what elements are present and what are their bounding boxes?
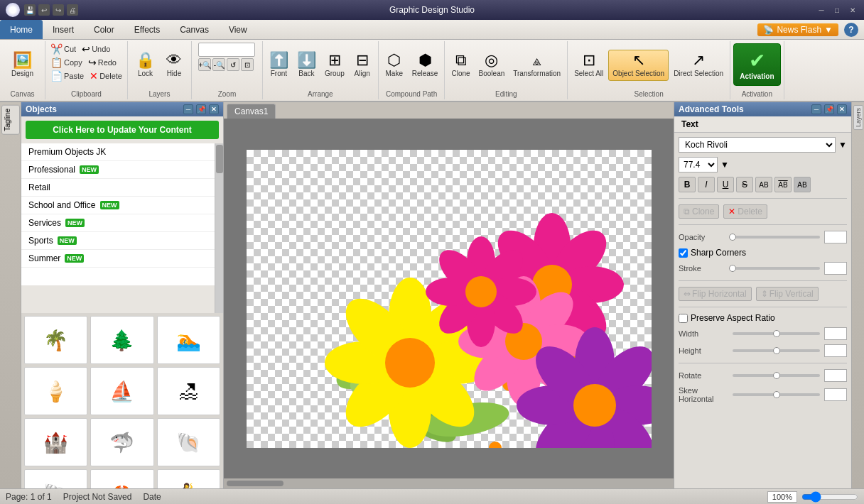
caps-button[interactable]: AB — [794, 177, 811, 192]
save-icon[interactable]: 💾 — [24, 4, 36, 16]
boolean-button[interactable]: ◎ Boolean — [475, 50, 509, 80]
skew-horizontal-slider[interactable] — [733, 393, 820, 396]
objects-list-scrollbar[interactable] — [215, 143, 223, 313]
list-item-premium[interactable]: Premium Objects JK — [21, 143, 215, 161]
list-item-professional[interactable]: Professional NEW — [21, 161, 215, 179]
advanced-tools-minimize[interactable]: ─ — [811, 104, 821, 114]
copy-button[interactable]: 📋 Copy — [48, 56, 85, 69]
objects-panel-close[interactable]: ✕ — [209, 104, 219, 114]
delete-action-button[interactable]: ✕ Delete — [723, 204, 767, 219]
menu-color[interactable]: Color — [84, 20, 124, 39]
undo-quick-icon[interactable]: ↩ — [38, 4, 50, 16]
thumbnail-5[interactable]: ⛵ — [90, 367, 153, 415]
maximize-button[interactable]: □ — [831, 4, 843, 16]
canvas-viewport[interactable] — [224, 119, 674, 478]
zoom-reset-button[interactable]: ↺ — [227, 58, 239, 71]
smallcaps-button[interactable]: AB — [774, 177, 792, 192]
close-button[interactable]: ✕ — [847, 4, 858, 16]
thumbnail-9[interactable]: 🐚 — [157, 418, 220, 466]
strikethrough-button[interactable]: S — [736, 177, 753, 192]
allcaps-button[interactable]: AB — [755, 177, 772, 192]
sharp-corners-checkbox[interactable] — [679, 248, 688, 258]
opacity-value[interactable]: 0 — [824, 231, 847, 243]
release-button[interactable]: ⬢ Release — [409, 50, 442, 80]
objects-panel-pin[interactable]: 📌 — [196, 104, 206, 114]
select-all-button[interactable]: ⊡ Select All — [571, 50, 607, 80]
thumbnail-4[interactable]: 🍦 — [24, 367, 87, 415]
make-button[interactable]: ⬡ Make — [382, 50, 407, 80]
opacity-slider[interactable] — [733, 236, 820, 239]
front-button[interactable]: ⬆️ Front — [266, 50, 292, 80]
thumbnail-12[interactable]: 💃 — [157, 469, 220, 488]
menu-view[interactable]: View — [219, 20, 257, 39]
thumbnail-1[interactable]: 🌴 — [24, 316, 87, 364]
menu-home[interactable]: Home — [0, 20, 43, 39]
zoom-slider[interactable] — [801, 491, 858, 503]
text-tab[interactable]: Text — [674, 116, 851, 133]
height-slider[interactable] — [733, 349, 820, 352]
list-item-summer[interactable]: Summer NEW — [21, 250, 215, 268]
rotate-value[interactable]: 0 — [824, 369, 847, 382]
menu-insert[interactable]: Insert — [43, 20, 84, 39]
advanced-tools-close[interactable]: ✕ — [837, 104, 847, 114]
activation-button[interactable]: ✔ Activation — [733, 43, 780, 86]
underline-button[interactable]: U — [717, 177, 734, 192]
thumbnail-2[interactable]: 🌲 — [90, 316, 153, 364]
thumbnail-6[interactable]: 🏖 — [157, 367, 220, 415]
lock-button[interactable]: 🔒 Lock — [132, 50, 158, 80]
width-slider[interactable] — [733, 332, 820, 335]
list-item-school[interactable]: School and Office NEW — [21, 197, 215, 214]
thumbnail-7[interactable]: 🏰 — [24, 418, 87, 466]
delete-button[interactable]: ✕ Delete — [87, 70, 124, 82]
print-icon[interactable]: 🖨 — [67, 4, 78, 16]
zoom-out-button[interactable]: -🔍 — [212, 58, 225, 71]
flip-horizontal-button[interactable]: ⇔ Flip Horizontal — [679, 287, 752, 301]
height-value[interactable]: 10 — [824, 344, 847, 357]
cut-button[interactable]: ✂️ Cut — [48, 43, 78, 55]
zoom-fit-button[interactable]: ⊡ — [241, 58, 254, 71]
stroke-slider[interactable] — [733, 267, 820, 270]
list-item-retail[interactable]: Retail — [21, 179, 215, 197]
group-button[interactable]: ⊞ Group — [321, 50, 348, 80]
minimize-button[interactable]: ─ — [816, 4, 827, 16]
design-button[interactable]: 🖼️ Design — [4, 44, 41, 87]
clone-ribbon-button[interactable]: ⧉ Clone — [448, 50, 473, 80]
redo-button[interactable]: ↪ Redo — [86, 56, 119, 69]
paste-button[interactable]: 📄 Paste — [48, 70, 86, 82]
list-item-sports[interactable]: Sports NEW — [21, 232, 215, 250]
tagline-tab[interactable]: Tagline — [1, 105, 20, 135]
canvas-scrollbar-horizontal[interactable] — [224, 478, 674, 488]
italic-button[interactable]: I — [698, 177, 715, 192]
canvas-tab-1[interactable]: Canvas1 — [227, 104, 276, 119]
transformation-button[interactable]: ⟁ Transformation — [509, 50, 564, 80]
width-value[interactable]: 10 — [824, 327, 847, 340]
list-item-services[interactable]: Services NEW — [21, 214, 215, 232]
flip-vertical-button[interactable]: ⇕ Flip Vertical — [756, 287, 819, 301]
scrollbar-thumb-h[interactable] — [227, 481, 284, 486]
clone-button[interactable]: ⧉ Clone — [679, 204, 719, 219]
font-select[interactable]: Koch Rivoli — [679, 137, 836, 153]
rotate-slider[interactable] — [733, 374, 820, 377]
layers-tab[interactable]: Layers — [853, 105, 863, 130]
thumbnail-8[interactable]: 🦈 — [90, 418, 153, 466]
object-selection-button[interactable]: ↖ Object Selection — [608, 50, 669, 81]
redo-quick-icon[interactable]: ↪ — [53, 4, 64, 16]
stroke-value[interactable]: 0 — [824, 262, 847, 275]
update-content-button[interactable]: Click Here to Update Your Content — [26, 121, 219, 139]
undo-button[interactable]: ↩ Undo — [80, 43, 112, 55]
help-button[interactable]: ? — [844, 23, 858, 37]
preserve-aspect-checkbox[interactable] — [679, 314, 688, 323]
thumbnail-11[interactable]: 🦀 — [90, 469, 153, 488]
advanced-tools-pin[interactable]: 📌 — [824, 104, 834, 114]
zoom-input[interactable]: 100% — [198, 43, 255, 57]
zoom-in-button[interactable]: +🔍 — [198, 58, 211, 71]
hide-button[interactable]: 👁 Hide — [161, 50, 187, 80]
bold-button[interactable]: B — [679, 177, 696, 192]
news-flash-button[interactable]: 📡 News Flash ▼ — [757, 23, 838, 36]
menu-canvas[interactable]: Canvas — [170, 20, 219, 39]
thumbnail-10[interactable]: 🐚 — [24, 469, 87, 488]
thumbnail-3[interactable]: 🏊 — [157, 316, 220, 364]
align-button[interactable]: ⊟ Align — [350, 50, 375, 80]
menu-effects[interactable]: Effects — [124, 20, 170, 39]
font-size-select[interactable]: 77.4 — [679, 157, 718, 172]
